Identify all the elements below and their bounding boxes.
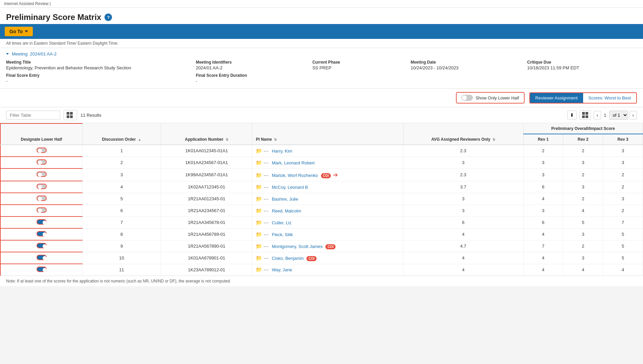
help-icon[interactable]: ? <box>105 14 112 21</box>
pi-name-link[interactable]: Cutler, Liz <box>272 220 292 225</box>
pi-name-link[interactable]: Montgomery, Scott James <box>272 244 323 249</box>
folder-icon[interactable]: 📁 <box>256 196 262 202</box>
meeting-identifiers-field: Meeting Identifiers 2024/01 AA-2 Final S… <box>196 60 306 84</box>
final-duration-label: Final Score Entry Duration <box>196 73 306 78</box>
goto-label: Go To <box>9 29 23 34</box>
cell-rev2: 3 <box>563 157 603 168</box>
row-lower-half-toggle-3[interactable] <box>37 172 47 177</box>
pi-name-link[interactable]: Mark, Leonard Robert <box>272 160 315 165</box>
cell-order: 5 <box>83 193 161 205</box>
cell-order: 9 <box>83 240 161 252</box>
cell-avg: 4.7 <box>403 240 523 252</box>
row-lower-half-toggle-10[interactable] <box>37 255 47 260</box>
cell-rev2: 2 <box>563 145 603 157</box>
dots-icon[interactable]: ⋯ <box>263 196 269 202</box>
cell-rev1: 4 <box>523 264 563 276</box>
cell-avg: 3 <box>403 157 523 168</box>
dots-icon[interactable]: ⋯ <box>263 231 269 237</box>
pi-name-link[interactable]: Fleck, Silik <box>272 232 293 237</box>
meeting-phase-field: Current Phase SS PREP <box>312 60 404 84</box>
show-lower-half-label: Show Only Lower Half <box>476 95 519 100</box>
cell-avg: 3 <box>403 193 523 205</box>
cell-rev2: 4 <box>563 205 603 217</box>
row-lower-half-toggle-5[interactable] <box>37 196 47 201</box>
col-header-rev3: Rev 3 <box>603 134 643 145</box>
pi-name-link[interactable]: Cisko, Benjamin <box>272 256 304 261</box>
folder-icon[interactable]: 📁 <box>256 160 262 165</box>
meeting-title-value: Epidemiology, Prevention and Behavior Re… <box>6 65 131 70</box>
critique-due-field: Critique Due 10/18/2023 11:59 PM EDT <box>527 60 637 84</box>
cell-pi-name: 📁 ⋯ Cutler, Liz <box>252 217 403 228</box>
pi-name-link[interactable]: McCoy, Leonard B <box>272 185 308 190</box>
identifiers-value: 2024/01 AA-2 <box>196 65 223 70</box>
pi-name-link[interactable]: Reed, Malcolm <box>272 208 301 213</box>
row-lower-half-toggle-9[interactable] <box>37 243 47 248</box>
dots-icon[interactable]: ⋯ <box>263 160 269 165</box>
table-row: 9 1R21AA567890-01 📁 ⋯ Montgomery, Scott … <box>0 240 643 252</box>
meeting-toggle[interactable]: Meeting: 2024/01 AA-2 <box>6 51 637 56</box>
pi-name-link[interactable]: Way, Jane <box>272 267 292 272</box>
row-lower-half-toggle-11[interactable] <box>37 267 47 272</box>
folder-icon[interactable]: 📁 <box>256 231 262 237</box>
cell-pi-name: 📁 ⋯ Mark, Leonard Robert <box>252 157 403 168</box>
table-wrapper: Designate Lower Half Discussion Order ▲ … <box>0 123 643 276</box>
cell-rev2: 2 <box>563 168 603 181</box>
sort-icon-avg: ⇅ <box>492 138 495 141</box>
cell-rev3: 3 <box>603 157 643 168</box>
pi-name-link[interactable]: Bashire, Julie <box>272 197 298 202</box>
dots-icon[interactable]: ⋯ <box>263 267 269 272</box>
column-toggle-button[interactable] <box>64 110 77 120</box>
dots-icon[interactable]: ⋯ <box>263 172 269 178</box>
date-label: Meeting Date <box>411 60 521 65</box>
grid-view-icon <box>582 112 588 118</box>
prev-page-button[interactable]: ‹ <box>594 111 601 119</box>
cell-avg: 3.7 <box>403 181 523 193</box>
row-lower-half-toggle-4[interactable] <box>37 184 47 189</box>
row-lower-half-toggle-1[interactable] <box>37 147 47 153</box>
folder-icon[interactable]: 📁 <box>256 172 262 178</box>
show-lower-half-toggle[interactable] <box>461 95 473 101</box>
folder-icon[interactable]: 📁 <box>256 243 262 249</box>
filter-input[interactable] <box>6 111 60 120</box>
goto-button[interactable]: Go To <box>5 27 33 36</box>
cell-order: 1 <box>83 145 161 157</box>
tab-reviewer-assignment[interactable]: Reviewer Assignment <box>530 93 583 103</box>
critique-label: Critique Due <box>527 60 637 65</box>
pi-name-link[interactable]: Martok, Worf Rozhenko <box>272 173 318 178</box>
table-row: 10 1K01AA678901-01 📁 ⋯ Cisko, Benjamin C… <box>0 252 643 264</box>
cell-rev2: 3 <box>563 181 603 193</box>
row-lower-half-toggle-8[interactable] <box>37 231 47 236</box>
cell-rev1: 4 <box>523 228 563 240</box>
row-lower-half-toggle-7[interactable] <box>37 219 47 225</box>
row-lower-half-toggle-2[interactable] <box>37 159 47 165</box>
meeting-chevron-icon <box>6 53 9 55</box>
pi-name-link[interactable]: Harry, Kim <box>272 149 292 154</box>
cell-toggle <box>0 264 83 276</box>
row-lower-half-toggle-6[interactable] <box>37 207 47 213</box>
folder-icon[interactable]: 📁 <box>256 267 262 272</box>
folder-icon[interactable]: 📁 <box>256 255 262 261</box>
cell-toggle <box>0 217 83 228</box>
dots-icon[interactable]: ⋯ <box>263 243 269 249</box>
cell-app-number: 1R21AA345678-01 <box>161 217 252 228</box>
next-page-button[interactable]: › <box>629 111 637 119</box>
table-controls: 11 Results ⬇ ‹ 1 of 1 › <box>0 107 643 123</box>
folder-icon[interactable]: 📁 <box>256 220 262 225</box>
identifiers-label: Meeting Identifiers <box>196 60 306 65</box>
folder-icon[interactable]: 📁 <box>256 148 262 154</box>
tab-scores-worst-to-best[interactable]: Scores: Worst to Best <box>583 93 636 103</box>
grid-view-button[interactable] <box>579 110 591 120</box>
folder-icon[interactable]: 📁 <box>256 184 262 190</box>
cell-toggle <box>0 168 83 181</box>
folder-icon[interactable]: 📁 <box>256 208 262 213</box>
dots-icon[interactable]: ⋯ <box>263 255 269 261</box>
dots-icon[interactable]: ⋯ <box>263 208 269 213</box>
dots-icon[interactable]: ⋯ <box>263 220 269 225</box>
cell-toggle <box>0 228 83 240</box>
critique-value: 10/18/2023 11:59 PM EDT <box>527 65 579 70</box>
page-select[interactable]: of 1 <box>609 111 628 120</box>
dots-icon[interactable]: ⋯ <box>263 148 269 154</box>
cell-rev3: 2 <box>603 181 643 193</box>
download-button[interactable]: ⬇ <box>567 111 577 119</box>
dots-icon[interactable]: ⋯ <box>263 184 269 190</box>
